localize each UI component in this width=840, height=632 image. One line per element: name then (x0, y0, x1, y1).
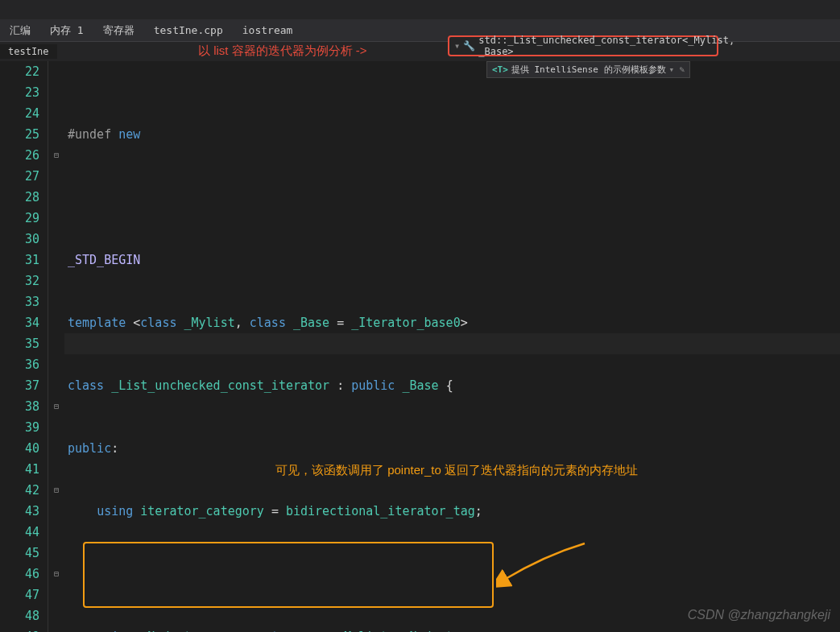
annotation-orange: 可见，该函数调用了 pointer_to 返回了迭代器指向的元素的内存地址 (275, 463, 638, 478)
tab-memory1[interactable]: 内存 1 (50, 23, 84, 38)
annotation-red: 以 list 容器的迭代器为例分析 -> (198, 43, 367, 59)
fold-icon[interactable]: ⊟ (48, 145, 64, 166)
wrench-icon: 🔧 (463, 40, 475, 52)
tab-disasm[interactable]: 汇编 (10, 23, 31, 38)
fold-icon[interactable]: ⊟ (48, 564, 64, 584)
scope-dropdown[interactable]: ▾ 🔧 std::_List_unchecked_const_iterator<… (448, 35, 718, 56)
code-area[interactable]: #undef new _STD_BEGIN template <class _M… (64, 61, 840, 632)
fold-gutter: ⊟ ⊟ ⊟ ⊟ (48, 61, 64, 632)
line-gutter: 22 23 24 25 26 27 28 29 30 31 32 33 34 3… (0, 61, 48, 632)
dropdown-arrow-icon: ▾ (454, 40, 460, 52)
editor: 22 23 24 25 26 27 28 29 30 31 32 33 34 3… (0, 61, 840, 632)
intellisense-hint[interactable]: <T> 提供 IntelliSense 的示例模板参数 ▾ ✎ (486, 61, 690, 78)
tab-registers[interactable]: 寄存器 (103, 23, 134, 38)
dropdown-arrow-icon: ▾ (669, 64, 675, 75)
pencil-icon[interactable]: ✎ (679, 64, 685, 75)
fold-icon[interactable]: ⊟ (48, 396, 64, 417)
intellisense-text: 提供 IntelliSense 的示例模板参数 (511, 64, 666, 76)
fold-icon[interactable]: ⊟ (48, 480, 64, 501)
scope-text: std::_List_unchecked_const_iterator<_Myl… (478, 35, 734, 57)
filetab-testine[interactable]: testIne (0, 44, 57, 59)
tab-testine-cpp[interactable]: testIne.cpp (154, 24, 223, 36)
template-icon: <T> (492, 64, 508, 75)
top-toolbar (0, 0, 840, 19)
tab-iostream[interactable]: iostream (242, 24, 293, 36)
watermark: CSDN @zhangzhangkeji (688, 608, 830, 622)
